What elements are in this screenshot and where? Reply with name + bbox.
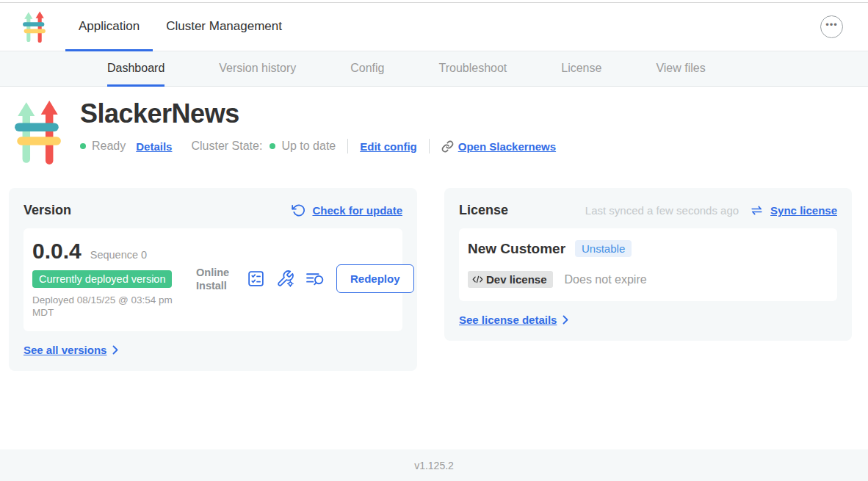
app-logo-large-icon [15, 98, 61, 166]
open-app-link-label: Open Slackernews [458, 140, 556, 153]
tab-config[interactable]: Config [350, 51, 384, 87]
check-for-update-label: Check for update [312, 204, 402, 217]
version-info: 0.0.4 Sequence 0 Currently deployed vers… [32, 239, 190, 319]
console-version: v1.125.2 [414, 460, 454, 471]
version-card: Version Check for update 0.0.4 Sequ [9, 188, 417, 371]
tab-cluster-management[interactable]: Cluster Management [153, 3, 295, 51]
license-card-header: License Last synced a few seconds ago Sy… [459, 203, 837, 218]
tab-application[interactable]: Application [65, 3, 153, 51]
version-card-header: Version Check for update [23, 203, 402, 218]
app-logo-icon [22, 11, 46, 43]
customer-name: New Customer [468, 241, 565, 257]
deployed-badge: Currently deployed version [32, 270, 172, 288]
chevron-right-icon [563, 315, 568, 325]
license-card: License Last synced a few seconds ago Sy… [444, 188, 852, 341]
refresh-icon [292, 203, 305, 217]
page-title: SlackerNews [80, 98, 556, 129]
tab-view-files[interactable]: View files [656, 51, 705, 87]
version-card-title: Version [23, 203, 71, 218]
check-for-update-link[interactable]: Check for update [292, 203, 402, 217]
sequence-label: Sequence 0 [90, 249, 147, 261]
divider [347, 139, 348, 153]
main-content: SlackerNews Ready Details Cluster State:… [0, 87, 868, 449]
tab-license[interactable]: License [561, 51, 601, 87]
license-head-right: Last synced a few seconds ago Sync licen… [585, 204, 837, 217]
last-synced-text: Last synced a few seconds ago [585, 204, 739, 217]
app-header: SlackerNews Ready Details Cluster State:… [0, 87, 868, 166]
app-title-block: SlackerNews Ready Details Cluster State:… [80, 98, 556, 166]
version-number: 0.0.4 [32, 239, 82, 264]
wrench-gear-icon[interactable] [276, 270, 294, 288]
divider [429, 139, 430, 153]
channel-badge: Unstable [575, 240, 632, 257]
tab-version-history[interactable]: Version history [219, 51, 296, 87]
license-panel: New Customer Unstable Dev license Does n… [459, 228, 837, 301]
code-icon [472, 275, 483, 283]
footer: v1.125.2 [0, 449, 868, 481]
edit-config-link[interactable]: Edit config [360, 140, 417, 153]
install-type-label: Online Install [196, 266, 236, 292]
app-status-text: Ready [92, 140, 126, 153]
expiration-text: Does not expire [565, 273, 647, 286]
deployed-timestamp: Deployed 08/15/25 @ 03:54 pm MDT [32, 294, 179, 319]
cluster-state-label: Cluster State: [191, 140, 262, 153]
see-license-details-label: See license details [459, 314, 557, 326]
see-all-versions-label: See all versions [23, 344, 106, 356]
sync-license-link[interactable]: Sync license [770, 204, 837, 217]
chain-link-icon [441, 140, 454, 153]
header-right: ••• [820, 3, 868, 51]
status-row: Ready Details Cluster State: Up to date … [80, 139, 556, 153]
details-link[interactable]: Details [136, 140, 172, 153]
cluster-state-dot-icon [270, 143, 275, 149]
cluster-state-value: Up to date [281, 140, 336, 153]
top-nav: Application Cluster Management ••• [0, 3, 868, 51]
redeploy-button[interactable]: Redeploy [336, 264, 414, 293]
tab-dashboard[interactable]: Dashboard [107, 51, 164, 87]
dashboard-cards: Version Check for update 0.0.4 Sequ [9, 188, 852, 371]
chevron-right-icon [112, 345, 118, 355]
sync-arrows-icon [750, 204, 764, 217]
ellipsis-menu-button[interactable]: ••• [820, 15, 843, 38]
license-card-title: License [459, 203, 508, 218]
customer-row: New Customer Unstable [468, 240, 828, 257]
see-license-details-link[interactable]: See license details [459, 314, 837, 326]
app-subnav: Dashboard Version history Config Trouble… [0, 51, 868, 87]
open-app-link[interactable]: Open Slackernews [441, 140, 556, 153]
tab-troubleshoot[interactable]: Troubleshoot [438, 51, 507, 87]
see-all-versions-link[interactable]: See all versions [23, 344, 402, 356]
license-type-badge: Dev license [468, 271, 553, 288]
preflight-checklist-icon[interactable] [247, 270, 265, 288]
current-version-panel: 0.0.4 Sequence 0 Currently deployed vers… [23, 228, 402, 331]
app-status-dot-icon [80, 143, 86, 149]
version-actions: Online Install [196, 264, 414, 293]
license-meta-row: Dev license Does not expire [468, 271, 828, 288]
log-search-icon[interactable] [305, 270, 325, 288]
license-type-label: Dev license [486, 273, 547, 286]
